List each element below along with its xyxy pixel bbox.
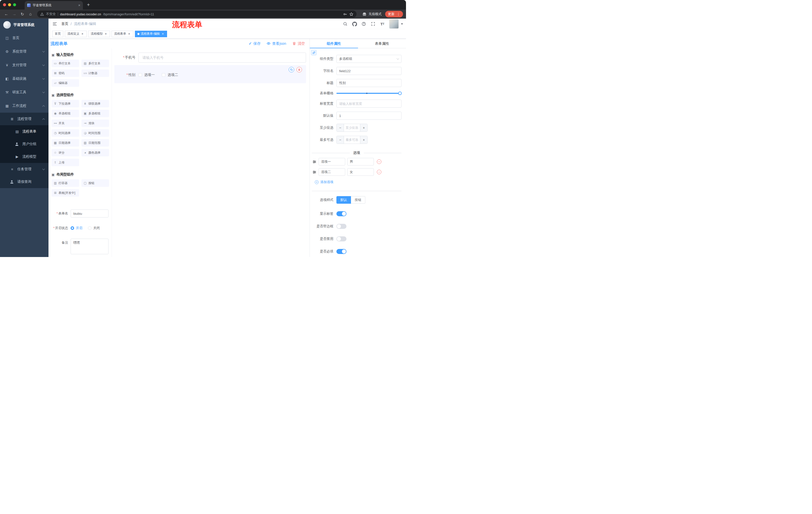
sidebar-item-process-management[interactable]: ≣ 流程管理 <box>0 113 49 125</box>
component-slider[interactable]: ⊸滑块 <box>81 119 109 127</box>
breadcrumb-home[interactable]: 首页 <box>61 22 68 26</box>
tag-process-form-edit[interactable]: 流程表单-编辑 × <box>135 31 167 37</box>
sidebar-item-leave-query[interactable]: 请假查询 <box>0 175 49 188</box>
border-toggle[interactable] <box>337 224 346 229</box>
security-label[interactable]: 不安全 <box>46 12 56 16</box>
max-select-value[interactable]: 最多可选 <box>344 136 360 143</box>
add-option-button[interactable]: + 添加选项 <box>315 180 402 184</box>
component-table[interactable]: ⊞表格[开发中] <box>52 189 79 197</box>
show-label-toggle[interactable] <box>337 211 346 216</box>
component-cascader[interactable]: ⋔级联选择 <box>81 100 109 107</box>
component-date-range[interactable]: ▧日期范围 <box>81 139 109 146</box>
sidebar-item-payment-management[interactable]: ¥ 支付管理 <box>0 58 49 72</box>
close-window-button[interactable] <box>3 3 6 6</box>
option-label-input[interactable] <box>319 168 345 176</box>
back-icon[interactable]: ← <box>3 12 9 16</box>
font-size-icon[interactable]: TT <box>380 21 385 26</box>
browser-menu-icon[interactable]: ⋮ <box>397 12 400 16</box>
zoom-window-button[interactable] <box>13 3 16 6</box>
forward-icon[interactable]: → <box>11 12 18 16</box>
min-select-value[interactable]: 至少应选 <box>344 124 360 132</box>
increase-button[interactable]: + <box>360 124 367 132</box>
home-icon[interactable]: ⌂ <box>27 12 34 16</box>
tab-component-properties[interactable]: 组件属性 <box>310 39 358 48</box>
status-on-radio[interactable]: 开启 <box>70 226 82 231</box>
component-button[interactable]: ▢按钮 <box>81 179 109 187</box>
tag-process-form[interactable]: 流程表单 × <box>112 31 134 37</box>
component-row-container[interactable]: ▥行容器 <box>52 179 79 187</box>
component-date-picker[interactable]: ▦日期选择 <box>52 139 79 146</box>
component-checkbox-group[interactable]: ▣多选框组 <box>81 110 109 117</box>
fullscreen-icon[interactable] <box>371 21 376 26</box>
tag-process-definition[interactable]: 流程定义 × <box>65 31 87 37</box>
component-editor[interactable]: ▱编辑器 <box>52 79 79 87</box>
tag-close-icon[interactable]: × <box>81 32 84 36</box>
tag-process-model[interactable]: 流程模型 × <box>88 31 110 37</box>
component-time-picker[interactable]: ◷时间选择 <box>52 129 79 137</box>
component-tree-icon[interactable] <box>311 50 317 55</box>
title-input[interactable] <box>337 79 402 87</box>
user-avatar[interactable] <box>389 19 399 29</box>
field-name-input[interactable] <box>337 67 402 75</box>
component-single-line-text[interactable]: ▭单行文本 <box>52 60 79 67</box>
component-type-select[interactable]: 多选框组 <box>337 55 402 63</box>
increase-button[interactable]: + <box>360 136 367 143</box>
checkbox-option-2[interactable]: 选项二 <box>162 73 178 77</box>
avatar-caret-icon[interactable] <box>401 23 403 25</box>
sidebar-logo[interactable]: 芋道管理系统 <box>0 19 49 31</box>
tag-close-icon[interactable]: × <box>127 32 131 36</box>
label-width-input[interactable] <box>337 100 402 108</box>
component-switch[interactable]: ⊶开关 <box>52 119 79 127</box>
browser-update-button[interactable]: 更新 ⋮ <box>385 11 403 17</box>
component-rate[interactable]: ☆评分 <box>52 149 79 156</box>
sidebar-toggle-icon[interactable] <box>52 21 57 26</box>
view-json-button[interactable]: 查看json <box>266 41 286 46</box>
default-value-input[interactable] <box>337 112 402 120</box>
component-password[interactable]: ⊠密码 <box>52 70 79 77</box>
clear-button[interactable]: 清空 <box>292 41 305 46</box>
option-value-input[interactable] <box>347 168 374 176</box>
minimize-window-button[interactable] <box>8 3 11 6</box>
sidebar-item-process-form[interactable]: ▤ 流程表单 <box>0 125 49 138</box>
component-time-range[interactable]: ◶时间范围 <box>81 129 109 137</box>
option-value-input[interactable] <box>347 158 374 165</box>
style-default-button[interactable]: 默认 <box>337 196 351 204</box>
checkbox-option-1[interactable]: 选项一 <box>139 73 155 77</box>
form-remark-textarea[interactable]: 嘿嘿 <box>70 239 109 254</box>
component-select[interactable]: ⊽下拉选择 <box>52 100 79 107</box>
search-icon[interactable] <box>343 21 348 26</box>
style-button-button[interactable]: 按钮 <box>351 196 365 204</box>
delete-widget-button[interactable] <box>296 67 302 73</box>
sidebar-item-system-management[interactable]: ⚙ 系统管理 <box>0 45 49 58</box>
drag-handle-icon[interactable] <box>312 160 317 164</box>
decrease-button[interactable]: − <box>337 136 344 143</box>
disabled-toggle[interactable] <box>337 236 346 241</box>
status-off-radio[interactable]: 关闭 <box>88 226 100 231</box>
tab-form-properties[interactable]: 表单属性 <box>358 39 406 48</box>
phone-input[interactable] <box>139 53 306 63</box>
sidebar-item-task-management[interactable]: ≡ 任务管理 <box>0 163 49 175</box>
component-counter[interactable]: 123计数器 <box>81 70 109 77</box>
new-tab-button[interactable]: + <box>87 2 90 8</box>
tag-close-icon[interactable]: × <box>104 32 108 36</box>
component-upload[interactable]: ⇪上传 <box>52 159 79 166</box>
widget-phone[interactable]: *手机号 <box>114 53 306 63</box>
copy-widget-button[interactable] <box>289 67 294 73</box>
tag-close-icon[interactable]: × <box>161 32 165 36</box>
form-name-input[interactable] <box>70 210 109 218</box>
browser-tab[interactable]: 芋道管理系统 × <box>25 1 83 9</box>
save-button[interactable]: ✓ 保存 <box>249 41 261 46</box>
sidebar-item-dev-tools[interactable]: ⚒ 研发工具 <box>0 85 49 99</box>
required-toggle[interactable] <box>337 249 346 254</box>
remove-option-button[interactable]: − <box>377 170 381 174</box>
sidebar-item-workflow[interactable]: ▦ 工作流程 <box>0 99 49 113</box>
option-label-input[interactable] <box>319 158 345 165</box>
slider-handle[interactable] <box>398 91 402 95</box>
drag-handle-icon[interactable] <box>312 170 317 174</box>
widget-gender-selected[interactable]: *性别 选项一 选项二 <box>114 65 306 83</box>
sidebar-item-infrastructure[interactable]: ◧ 基础设施 <box>0 72 49 85</box>
tag-home[interactable]: 首页 <box>52 31 63 37</box>
address-bar[interactable]: 不安全 dashboard.yudao.iocoder.cn /bpm/mana… <box>37 10 356 18</box>
sidebar-item-user-group[interactable]: 用户分组 <box>0 138 49 151</box>
component-color-picker[interactable]: ◕颜色选择 <box>81 149 109 156</box>
